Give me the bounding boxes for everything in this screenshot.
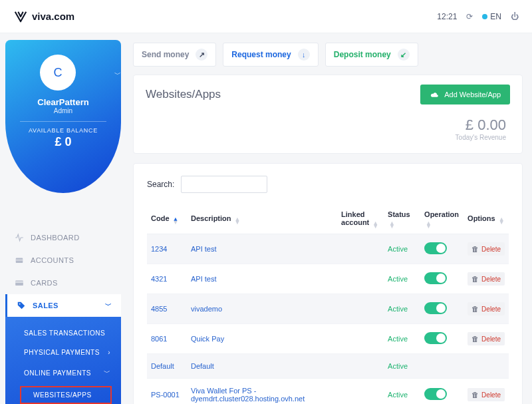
trash-icon: 🗑 <box>471 391 479 399</box>
request-money-button[interactable]: Request money ↓ <box>223 43 318 67</box>
operation-toggle[interactable] <box>424 332 447 344</box>
sort-desc-icon: ▼ <box>499 221 505 224</box>
table-row: 1234API testActive🗑Delete <box>147 234 509 264</box>
delete-button[interactable]: 🗑Delete <box>467 332 505 345</box>
nav-dashboard[interactable]: DASHBOARD <box>5 226 121 249</box>
brand-logo[interactable]: viva.com <box>13 9 74 24</box>
description-link[interactable]: API test <box>191 275 217 283</box>
pill-label: Deposit money <box>334 50 391 59</box>
delete-button[interactable]: 🗑Delete <box>467 302 505 315</box>
svg-rect-2 <box>15 281 23 286</box>
description-link[interactable]: Quick Pay <box>191 335 224 343</box>
sort-desc-icon: ▼ <box>389 225 395 228</box>
delete-button[interactable]: 🗑Delete <box>467 242 505 256</box>
cell-options: 🗑Delete <box>464 234 509 264</box>
cell-operation <box>420 234 464 264</box>
table-row: 4855vivademoActive🗑Delete <box>147 294 509 324</box>
card-icon <box>15 278 24 288</box>
svg-rect-1 <box>16 260 23 261</box>
arrow-up-right-icon: ↗ <box>196 49 207 61</box>
cell-code[interactable]: 4855 <box>147 294 187 324</box>
operation-toggle[interactable] <box>424 242 447 254</box>
table-row: DefaultDefaultActive <box>147 354 509 379</box>
cell-linked-account <box>337 234 384 264</box>
col-status[interactable]: Status ▲▼ <box>384 205 420 234</box>
cell-description: API test <box>187 264 337 294</box>
cell-linked-account <box>337 264 384 294</box>
col-options[interactable]: Options ▲▼ <box>464 205 509 234</box>
cell-operation <box>420 379 464 405</box>
operation-toggle[interactable] <box>424 302 447 314</box>
divider <box>20 121 106 122</box>
delete-button[interactable]: 🗑Delete <box>467 272 505 286</box>
balance-value: £ 0 <box>5 135 121 149</box>
revenue-label: Today's Revenue <box>134 134 506 141</box>
cell-code[interactable]: 1234 <box>147 234 187 264</box>
tag-icon <box>17 301 26 310</box>
cell-status: Active <box>384 379 420 405</box>
balance-label: AVAILABLE BALANCE <box>5 127 121 134</box>
col-description[interactable]: Description ▲▼ <box>187 205 337 234</box>
subnav-websites-apps[interactable]: WEBSITES/APPS <box>20 386 112 404</box>
subnav-physical-payments[interactable]: PHYSICAL PAYMENTS › <box>5 343 121 362</box>
col-code[interactable]: Code ▲▼ <box>147 205 187 234</box>
lang-dot-icon <box>482 14 487 19</box>
arrow-down-icon: ↓ <box>298 49 310 61</box>
operation-toggle[interactable] <box>424 272 447 284</box>
description-link[interactable]: vivademo <box>191 305 222 313</box>
brand-text: viva.com <box>32 11 74 22</box>
delete-button[interactable]: 🗑Delete <box>467 388 505 401</box>
sort-desc-icon: ▼ <box>426 225 432 228</box>
col-label: Code <box>151 214 170 222</box>
col-linked-account[interactable]: Linked account ▲▼ <box>337 205 384 234</box>
trash-icon: 🗑 <box>471 305 479 313</box>
pulse-icon <box>15 233 24 242</box>
search-input[interactable] <box>181 176 267 193</box>
main: Send money ↗ Request money ↓ Deposit mon… <box>126 33 532 404</box>
cell-code[interactable]: Default <box>147 354 187 379</box>
cell-options <box>464 354 509 379</box>
cell-options: 🗑Delete <box>464 324 509 354</box>
table-row: PS-0001Viva Wallet For PS - dyemdrt.clus… <box>147 379 509 405</box>
cloud-plus-icon <box>430 90 439 99</box>
delete-label: Delete <box>481 246 501 253</box>
cell-description: API test <box>187 234 337 264</box>
subnav-online-payments[interactable]: ONLINE PAYMENTS ﹀ <box>5 362 121 383</box>
nav-accounts[interactable]: ACCOUNTS <box>5 249 121 272</box>
cell-code[interactable]: PS-0001 <box>147 379 187 405</box>
subnav-sales-transactions[interactable]: SALES TRANSACTIONS <box>5 323 121 343</box>
nav-sales[interactable]: SALES ﹀ <box>5 294 121 317</box>
clock: 12:21 <box>437 12 457 21</box>
svg-rect-3 <box>15 282 23 282</box>
deposit-money-button[interactable]: Deposit money ↙ <box>325 43 418 67</box>
nav-label: ACCOUNTS <box>31 256 74 264</box>
description-link[interactable]: API test <box>191 245 217 253</box>
cell-code[interactable]: 4321 <box>147 264 187 294</box>
sort-desc-icon: ▼ <box>235 221 241 224</box>
cell-status: Active <box>384 234 420 264</box>
send-money-button[interactable]: Send money ↗ <box>133 43 216 67</box>
cell-code[interactable]: 8061 <box>147 324 187 354</box>
trash-icon: 🗑 <box>471 275 479 283</box>
col-operation[interactable]: Operation ▲▼ <box>420 205 464 234</box>
chevron-down-icon[interactable]: ﹀ <box>114 70 121 79</box>
nav-label: DASHBOARD <box>31 234 80 242</box>
power-icon[interactable]: ⏻ <box>511 12 519 21</box>
refresh-icon[interactable]: ⟳ <box>466 12 473 21</box>
cell-linked-account <box>337 324 384 354</box>
trash-icon: 🗑 <box>471 335 479 343</box>
language-selector[interactable]: EN <box>482 12 501 21</box>
operation-toggle[interactable] <box>424 388 447 400</box>
description-link[interactable]: Default <box>191 362 214 370</box>
avatar[interactable]: C <box>40 55 76 91</box>
delete-label: Delete <box>481 305 501 313</box>
quick-actions: Send money ↗ Request money ↓ Deposit mon… <box>133 43 523 67</box>
nav-cards[interactable]: CARDS <box>5 272 121 294</box>
col-label: Description <box>191 214 231 222</box>
col-label: Linked account <box>341 210 369 226</box>
search-label: Search: <box>147 180 174 189</box>
description-link[interactable]: Viva Wallet For PS - dyemdrt.cluster028.… <box>191 387 305 403</box>
add-website-app-button[interactable]: Add Website/App <box>420 85 510 104</box>
topbar: viva.com 12:21 ⟳ EN ⏻ <box>0 0 532 33</box>
lang-code: EN <box>490 12 501 21</box>
